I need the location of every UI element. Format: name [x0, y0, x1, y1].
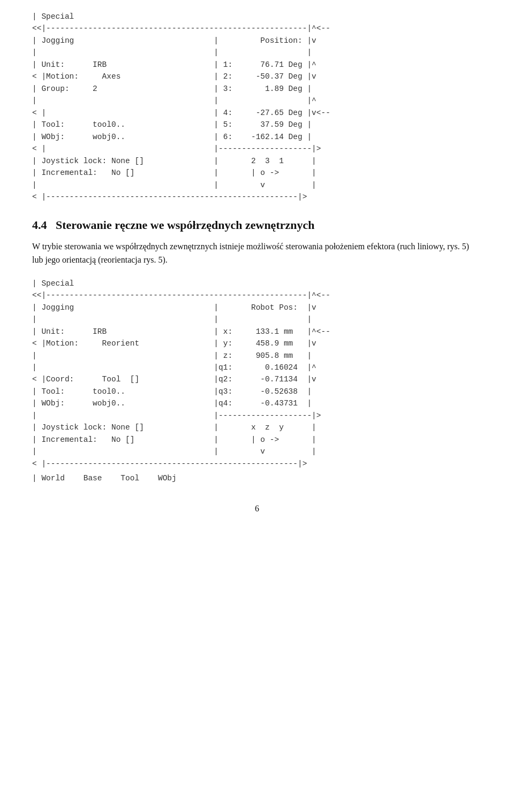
section-number: 4.4	[32, 218, 47, 232]
code-block-2: | Special <<|---------------------------…	[32, 278, 482, 470]
section-body-text: W trybie sterowania we współrzędnych zew…	[32, 240, 482, 267]
page-number: 6	[32, 504, 482, 514]
section-title: Sterowanie ręczne we współrzędnych zewnę…	[56, 218, 314, 232]
bottom-bar: | World Base Tool WObj	[32, 474, 482, 482]
code-block-1: | Special <<|---------------------------…	[32, 11, 482, 203]
section-heading-4-4: 4.4 Sterowanie ręczne we współrzędnych z…	[32, 218, 482, 232]
